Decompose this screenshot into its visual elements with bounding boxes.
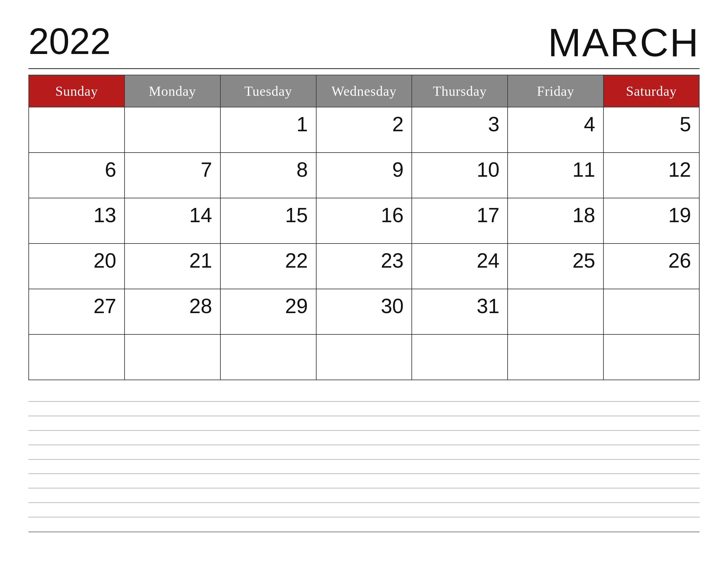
monday-header: Monday [125,75,220,107]
calendar-cell-w6-d5 [412,334,508,380]
calendar-cell-w2-d3: 8 [220,153,316,198]
friday-header: Friday [508,75,603,107]
calendar-cell-w2-d6: 11 [508,153,603,198]
calendar-cell-w3-d6: 18 [508,198,603,244]
calendar-cell-w1-d7: 5 [603,107,699,153]
calendar-cell-w1-d2 [125,107,220,153]
calendar-cell-w2-d7: 12 [603,153,699,198]
calendar-cell-w2-d2: 7 [125,153,220,198]
tuesday-header: Tuesday [220,75,316,107]
sunday-header: Sunday [29,75,125,107]
year-label: 2022 [28,23,111,60]
calendar-cell-w4-d7: 26 [603,244,699,289]
calendar-cell-w2-d5: 10 [412,153,508,198]
day-headers: Sunday Monday Tuesday Wednesday Thursday… [29,75,699,107]
calendar-cell-w6-d4 [316,334,412,380]
calendar-cell-w1-d3: 1 [220,107,316,153]
calendar-week-5: 2728293031 [29,289,699,334]
calendar-cell-w3-d4: 16 [316,198,412,244]
saturday-header: Saturday [603,75,699,107]
calendar-page: 2022 MARCH Sunday Monday Tuesday Wednesd… [0,0,728,562]
calendar-cell-w5-d2: 28 [125,289,220,334]
calendar-cell-w5-d7 [603,289,699,334]
note-line-5 [28,459,700,460]
calendar-cell-w5-d5: 31 [412,289,508,334]
note-line-2 [28,416,700,416]
note-line-10 [28,531,700,532]
calendar-cell-w2-d4: 9 [316,153,412,198]
note-line-8 [28,502,700,503]
note-line-7 [28,488,700,488]
calendar-cell-w3-d5: 17 [412,198,508,244]
note-line-3 [28,430,700,431]
wednesday-header: Wednesday [316,75,412,107]
note-line-4 [28,445,700,445]
calendar-cell-w6-d3 [220,334,316,380]
calendar-cell-w5-d1: 27 [29,289,125,334]
calendar-week-3: 13141516171819 [29,198,699,244]
thursday-header: Thursday [412,75,508,107]
note-line-9 [28,517,700,517]
notes-section [28,389,700,539]
header-divider [28,68,700,69]
calendar-cell-w3-d3: 15 [220,198,316,244]
calendar-cell-w2-d1: 6 [29,153,125,198]
calendar-cell-w6-d1 [29,334,125,380]
calendar-cell-w3-d2: 14 [125,198,220,244]
calendar-week-2: 6789101112 [29,153,699,198]
calendar-cell-w1-d4: 2 [316,107,412,153]
calendar-cell-w4-d4: 23 [316,244,412,289]
calendar-body: 1234567891011121314151617181920212223242… [29,107,699,380]
calendar-cell-w6-d7 [603,334,699,380]
calendar-cell-w4-d5: 24 [412,244,508,289]
calendar-cell-w1-d5: 3 [412,107,508,153]
note-line-6 [28,473,700,474]
calendar-week-1: 12345 [29,107,699,153]
note-line-1 [28,401,700,402]
calendar-grid: Sunday Monday Tuesday Wednesday Thursday… [28,75,700,380]
month-label: MARCH [548,23,700,63]
calendar-cell-w5-d3: 29 [220,289,316,334]
calendar-week-4: 20212223242526 [29,244,699,289]
calendar-cell-w4-d2: 21 [125,244,220,289]
calendar-cell-w1-d6: 4 [508,107,603,153]
calendar-cell-w3-d7: 19 [603,198,699,244]
calendar-cell-w4-d6: 25 [508,244,603,289]
calendar-cell-w3-d1: 13 [29,198,125,244]
calendar-cell-w4-d1: 20 [29,244,125,289]
calendar-week-6 [29,334,699,380]
calendar-cell-w5-d6 [508,289,603,334]
calendar-header: 2022 MARCH [28,23,700,63]
calendar-cell-w4-d3: 22 [220,244,316,289]
calendar-cell-w1-d1 [29,107,125,153]
calendar-cell-w6-d6 [508,334,603,380]
calendar-cell-w6-d2 [125,334,220,380]
calendar-cell-w5-d4: 30 [316,289,412,334]
